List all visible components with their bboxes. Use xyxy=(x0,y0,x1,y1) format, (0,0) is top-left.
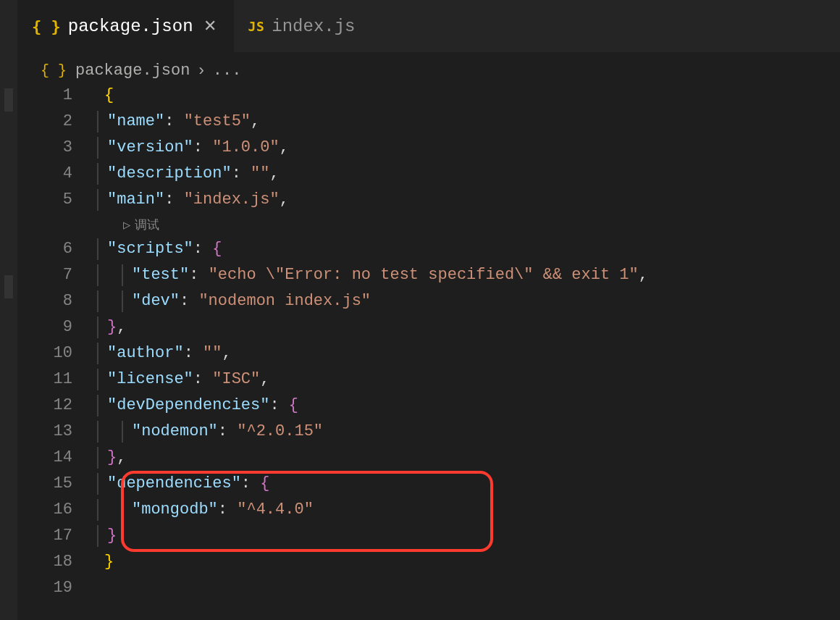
code-text: "name": "test5", xyxy=(107,109,260,135)
code-text: }, xyxy=(107,445,126,471)
code-line[interactable]: 16"mongodb": "^4.4.0" xyxy=(17,497,840,523)
close-icon[interactable]: ✕ xyxy=(201,17,219,35)
activity-bar[interactable] xyxy=(0,0,17,620)
codelens-label: 调试 xyxy=(135,217,159,233)
line-number: 5 xyxy=(17,187,97,213)
code-line[interactable]: 4"description": "", xyxy=(17,161,840,187)
code-line[interactable]: 19 xyxy=(17,575,840,601)
line-number: 17 xyxy=(17,523,97,549)
code-text: "main": "index.js", xyxy=(107,187,289,213)
line-number: 8 xyxy=(17,288,97,314)
tab-label: package.json xyxy=(68,17,193,36)
line-number: 7 xyxy=(17,262,97,288)
breadcrumb[interactable]: { } package.json › ... xyxy=(41,58,241,83)
line-number: 3 xyxy=(17,135,97,161)
code-text: } xyxy=(107,523,117,549)
tab-label: index.js xyxy=(272,17,355,36)
code-line[interactable]: 15"dependencies": { xyxy=(17,471,840,497)
js-file-icon: JS xyxy=(248,19,265,34)
code-line[interactable]: 3"version": "1.0.0", xyxy=(17,135,840,161)
code-line[interactable]: 17} xyxy=(17,523,840,549)
code-line[interactable]: 7"test": "echo \"Error: no test specifie… xyxy=(17,262,840,288)
code-text: { xyxy=(104,83,114,109)
line-number: 4 xyxy=(17,161,97,187)
rail-mark xyxy=(4,275,13,298)
line-number: 18 xyxy=(17,549,97,575)
code-text: } xyxy=(104,549,114,575)
code-line[interactable]: 2"name": "test5", xyxy=(17,109,840,135)
code-line[interactable]: 8"dev": "nodemon index.js" xyxy=(17,288,840,314)
line-number: 16 xyxy=(17,497,97,523)
play-icon: ▷ xyxy=(123,217,130,232)
code-line[interactable]: 11"license": "ISC", xyxy=(17,366,840,393)
code-text: "mongodb": "^4.4.0" xyxy=(132,497,314,523)
code-text: "dev": "nodemon index.js" xyxy=(132,288,371,314)
code-text: "devDependencies": { xyxy=(107,393,298,419)
line-number: 11 xyxy=(17,366,97,393)
breadcrumb-rest: ... xyxy=(213,62,242,80)
code-line[interactable]: 5"main": "index.js", xyxy=(17,187,840,213)
code-text: "dependencies": { xyxy=(107,471,269,497)
code-text: "nodemon": "^2.0.15" xyxy=(132,419,323,445)
code-text: "version": "1.0.0", xyxy=(107,135,289,161)
code-text: "license": "ISC", xyxy=(107,366,269,393)
code-line[interactable]: 14}, xyxy=(17,445,840,471)
code-line[interactable]: 1{ xyxy=(17,83,840,109)
code-line[interactable]: 10"author": "", xyxy=(17,340,840,366)
code-editor[interactable]: 1{2"name": "test5",3"version": "1.0.0",4… xyxy=(17,83,840,620)
line-number: 2 xyxy=(17,109,97,135)
tab-index-js[interactable]: JS index.js xyxy=(234,0,370,52)
code-text: "test": "echo \"Error: no test specified… xyxy=(132,262,648,288)
codelens-debug[interactable]: ▷调试 xyxy=(17,213,840,236)
line-number: 14 xyxy=(17,445,97,471)
line-number: 13 xyxy=(17,419,97,445)
line-number: 6 xyxy=(17,236,97,262)
breadcrumb-file: package.json xyxy=(75,62,190,80)
rail-mark xyxy=(4,88,13,112)
code-text: "author": "", xyxy=(107,340,232,366)
code-text: }, xyxy=(107,314,126,340)
line-number: 10 xyxy=(17,340,97,366)
code-line[interactable]: 12"devDependencies": { xyxy=(17,393,840,419)
json-file-icon: { } xyxy=(32,17,61,35)
code-line[interactable]: 18} xyxy=(17,549,840,575)
tab-package-json[interactable]: { } package.json ✕ xyxy=(17,0,234,52)
line-number: 12 xyxy=(17,393,97,419)
code-text: "description": "", xyxy=(107,161,280,187)
line-number: 9 xyxy=(17,314,97,340)
code-text: "scripts": { xyxy=(107,236,222,262)
line-number: 1 xyxy=(17,83,97,109)
json-file-icon: { } xyxy=(41,62,67,79)
line-number: 15 xyxy=(17,471,97,497)
code-line[interactable]: 9}, xyxy=(17,314,840,340)
editor-tabs: { } package.json ✕ JS index.js xyxy=(17,0,840,52)
code-line[interactable]: 13"nodemon": "^2.0.15" xyxy=(17,419,840,445)
chevron-right-icon: › xyxy=(198,61,203,80)
line-number: 19 xyxy=(17,575,97,601)
code-line[interactable]: 6"scripts": { xyxy=(17,236,840,262)
